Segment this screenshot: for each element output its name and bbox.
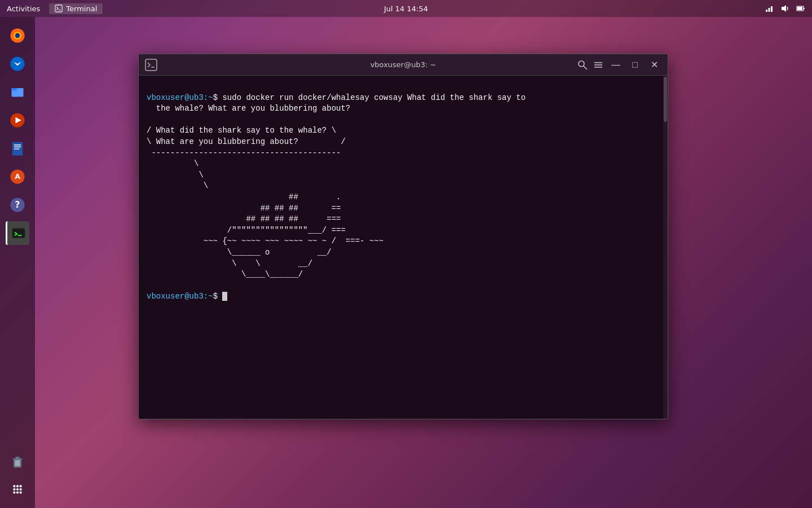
output-line-1: / What did the shark say to the whale? \ [147, 126, 336, 135]
topbar-left: Activities Terminal [7, 3, 103, 14]
svg-point-35 [20, 485, 22, 487]
terminal-window-icon [144, 58, 158, 72]
svg-point-41 [20, 492, 22, 494]
topbar-datetime: Jul 14 14:54 [384, 5, 428, 13]
prompt2-user: vboxuser@ub3: [147, 292, 208, 301]
svg-rect-14 [12, 88, 17, 90]
svg-rect-2 [766, 10, 767, 12]
svg-point-37 [16, 488, 19, 491]
svg-point-39 [13, 492, 15, 494]
sidebar-item-trash[interactable] [6, 449, 29, 473]
svg-point-34 [16, 485, 19, 487]
sidebar-item-writer[interactable] [6, 137, 29, 160]
prompt2-path: ~ [208, 292, 213, 301]
sidebar-item-firefox[interactable] [6, 24, 29, 47]
svg-rect-18 [14, 144, 21, 145]
svg-rect-8 [797, 7, 802, 10]
svg-rect-29 [16, 457, 20, 459]
svg-point-38 [20, 488, 22, 491]
close-button[interactable]: ✕ [646, 58, 662, 72]
output-line-13: \ \ __/ [147, 259, 312, 268]
prompt-user: vboxuser@ub3: [147, 93, 208, 102]
sidebar-item-thunderbird[interactable] [6, 52, 29, 76]
svg-rect-4 [771, 6, 773, 12]
svg-point-11 [15, 33, 20, 38]
svg-rect-25 [12, 229, 24, 238]
svg-point-44 [579, 61, 584, 67]
sidebar-bottom [6, 449, 29, 501]
output-line-6: \ [147, 181, 208, 190]
prompt-path: ~ [208, 93, 213, 102]
svg-rect-20 [14, 148, 20, 149]
output-line-2: \ What are you blubbering about? / [147, 137, 346, 146]
output-line-11: ~~~ {~~ ~~~~ ~~~ ~~~~ ~~ ~ / ===- ~~~ [147, 237, 383, 246]
sidebar-item-files[interactable] [6, 80, 29, 104]
topbar-right [765, 4, 805, 13]
maximize-button[interactable]: □ [627, 58, 643, 72]
terminal-titlebar: vboxuser@ub3: ~ — □ ✕ [139, 54, 668, 76]
terminal-topbar-icon [55, 5, 63, 12]
menu-icon[interactable] [592, 59, 604, 71]
terminal-body[interactable]: vboxuser@ub3:~$ sudo docker run docker/w… [139, 76, 668, 419]
command-text: sudo docker run docker/whalesay cowsay W… [222, 93, 526, 102]
minimize-button[interactable]: — [608, 58, 624, 72]
battery-icon[interactable] [796, 4, 805, 13]
output-line-8: ## ## ## == [147, 204, 341, 213]
activities-label[interactable]: Activities [7, 5, 40, 13]
output-line-3: ---------------------------------------- [147, 148, 341, 157]
svg-rect-3 [769, 8, 770, 12]
prompt-dollar: $ [213, 93, 223, 102]
svg-point-40 [16, 492, 19, 494]
svg-rect-19 [14, 147, 21, 147]
topbar: Activities Terminal Jul 14 14:54 [0, 0, 812, 17]
terminal-controls: — □ ✕ [576, 58, 662, 72]
terminal-app-label[interactable]: Terminal [49, 3, 103, 14]
output-line-10: /""""""""""""""""___/ === [147, 226, 346, 235]
svg-text:?: ? [15, 200, 20, 210]
svg-rect-7 [804, 8, 805, 9]
svg-line-45 [584, 66, 587, 69]
svg-rect-42 [145, 59, 157, 71]
terminal-scrollbar[interactable] [663, 76, 668, 419]
volume-icon[interactable] [780, 4, 789, 13]
svg-marker-5 [782, 5, 786, 12]
cursor: ​ [222, 292, 227, 301]
output-line-14: \____\______/ [147, 270, 303, 279]
svg-point-33 [13, 485, 15, 487]
output-line-9: ## ## ## ## === [147, 214, 341, 224]
sidebar-item-rhythmbox[interactable] [6, 108, 29, 132]
svg-rect-0 [55, 5, 62, 12]
output-line-12: \______ o __/ [147, 248, 332, 257]
terminal-scrollbar-thumb[interactable] [664, 77, 667, 122]
sidebar-item-terminal[interactable] [6, 221, 29, 245]
prompt2-dollar: $ [213, 292, 223, 301]
svg-text:A: A [15, 172, 20, 181]
search-icon[interactable] [576, 59, 589, 71]
output-line-7: ## . [147, 192, 341, 202]
sidebar-item-help[interactable]: ? [6, 193, 29, 217]
svg-point-36 [13, 488, 15, 491]
terminal-window: vboxuser@ub3: ~ — □ ✕ vboxuser@ub3:~$ su… [138, 54, 668, 419]
command-continuation: the whale? What are you blubbering about… [147, 104, 350, 113]
sidebar-item-show-apps[interactable] [6, 478, 29, 501]
terminal-title: vboxuser@ub3: ~ [370, 60, 436, 69]
output-line-4: \ [147, 159, 198, 168]
sidebar-item-appstore[interactable]: A [6, 165, 29, 189]
output-line-5: \ [147, 170, 204, 179]
network-icon[interactable] [765, 4, 774, 13]
sidebar: A ? [0, 17, 35, 508]
